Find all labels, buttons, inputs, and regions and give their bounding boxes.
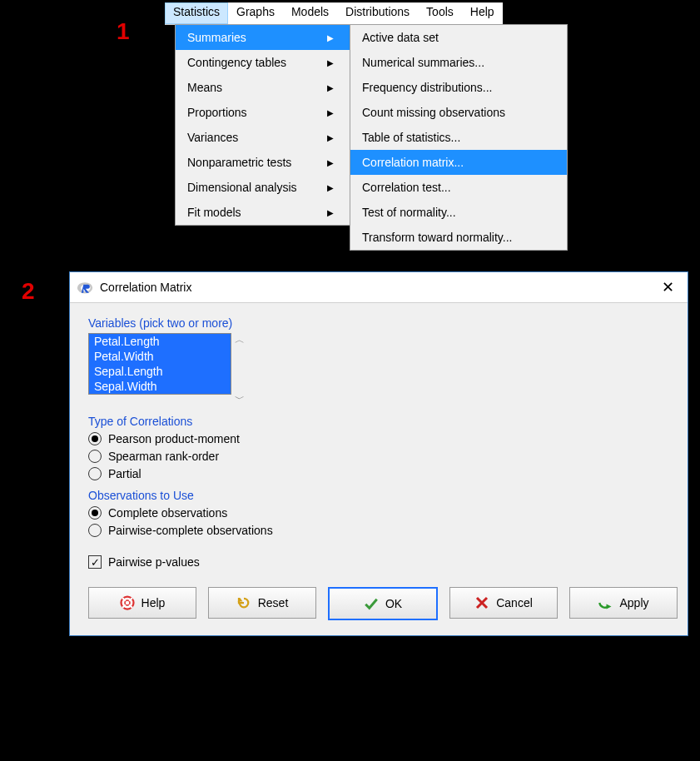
list-item[interactable]: Petal.Width	[89, 349, 231, 364]
radio-pearson[interactable]: Pearson product-moment	[88, 432, 669, 445]
x-icon	[474, 595, 489, 610]
svg-point-3	[125, 600, 130, 605]
submenu-item-correlation-matrix[interactable]: Correlation matrix...	[350, 150, 567, 175]
submenu-item-label: Contingency tables	[187, 56, 286, 69]
submenu-item-label: Variances	[187, 131, 238, 144]
variables-listbox[interactable]: Petal.Length Petal.Width Sepal.Length Se…	[88, 333, 231, 395]
submenu-item-table-stats[interactable]: Table of statistics...	[350, 125, 567, 150]
close-icon: ✕	[662, 279, 674, 296]
checkbox-label: Pairwise p-values	[108, 555, 200, 569]
menubar: Statistics Graphs Models Distributions T…	[165, 2, 503, 25]
list-item[interactable]: Petal.Length	[89, 334, 231, 349]
chevron-right-icon: ▶	[327, 58, 334, 67]
submenu-item-label: Table of statistics...	[362, 131, 460, 144]
button-label: OK	[385, 597, 402, 610]
button-label: Reset	[258, 596, 289, 609]
radio-label: Pearson product-moment	[108, 432, 240, 445]
menu-statistics[interactable]: Statistics	[165, 2, 228, 24]
ok-button[interactable]: OK	[328, 587, 438, 620]
menu-models[interactable]: Models	[283, 2, 337, 24]
submenu-item-transform-normality[interactable]: Transform toward normality...	[350, 225, 567, 250]
radio-label: Pairwise-complete observations	[108, 524, 273, 537]
menu-distributions[interactable]: Distributions	[337, 2, 418, 24]
obs-label: Observations to Use	[88, 489, 669, 502]
submenu-item-correlation-test[interactable]: Correlation test...	[350, 175, 567, 200]
cancel-button[interactable]: Cancel	[449, 587, 558, 619]
button-label: Cancel	[496, 596, 533, 609]
submenu-summaries: Active data set Numerical summaries... F…	[350, 24, 568, 251]
dialog-body: Variables (pick two or more) Petal.Lengt…	[70, 303, 688, 635]
dialog-title: Correlation Matrix	[100, 281, 191, 294]
submenu-item-label: Test of normality...	[362, 206, 456, 219]
submenu-item-label: Count missing observations	[362, 106, 505, 119]
submenu-item-means[interactable]: Means ▶	[176, 75, 350, 100]
submenu-item-label: Transform toward normality...	[362, 231, 513, 244]
menubar-container: Statistics Graphs Models Distributions T…	[165, 2, 503, 25]
close-button[interactable]: ✕	[655, 275, 681, 300]
submenu-item-numerical[interactable]: Numerical summaries...	[350, 50, 567, 75]
chevron-down-icon: ﹀	[235, 392, 245, 406]
annotation-2: 2	[22, 278, 35, 305]
submenu-item-label: Frequency distributions...	[362, 81, 492, 94]
annotation-1: 1	[117, 18, 130, 45]
submenu-item-label: Active data set	[362, 31, 439, 44]
submenu-statistics: Summaries ▶ Contingency tables ▶ Means ▶…	[175, 24, 351, 226]
reset-button[interactable]: Reset	[208, 587, 316, 619]
radio-complete-obs[interactable]: Complete observations	[88, 506, 669, 520]
submenu-item-proportions[interactable]: Proportions ▶	[176, 100, 350, 125]
menu-graphs[interactable]: Graphs	[228, 2, 283, 24]
r-logo-icon	[77, 279, 93, 296]
radio-icon	[88, 506, 102, 520]
submenu-item-label: Proportions	[187, 106, 247, 119]
listbox-scroll[interactable]: ︿ ﹀	[235, 333, 245, 406]
apply-button[interactable]: Apply	[569, 587, 678, 619]
radio-label: Partial	[108, 467, 141, 480]
undo-icon	[236, 595, 251, 610]
chevron-right-icon: ▶	[327, 33, 334, 42]
menu-help[interactable]: Help	[462, 2, 503, 24]
chevron-right-icon: ▶	[327, 183, 334, 192]
radio-label: Complete observations	[108, 506, 227, 520]
forward-icon	[598, 595, 613, 610]
chevron-right-icon: ▶	[327, 133, 334, 142]
submenu-item-label: Means	[187, 81, 222, 94]
submenu-item-label: Correlation test...	[362, 181, 451, 194]
radio-icon	[88, 450, 102, 463]
list-item[interactable]: Sepal.Width	[89, 379, 231, 394]
submenu-item-label: Dimensional analysis	[187, 181, 297, 194]
submenu-item-variances[interactable]: Variances ▶	[176, 125, 350, 150]
submenu-item-frequency[interactable]: Frequency distributions...	[350, 75, 567, 100]
radio-label: Spearman rank-order	[108, 450, 219, 463]
chevron-right-icon: ▶	[327, 83, 334, 92]
radio-pairwise-obs[interactable]: Pairwise-complete observations	[88, 524, 669, 537]
submenu-item-nonparametric[interactable]: Nonparametric tests ▶	[176, 150, 350, 175]
submenu-item-summaries[interactable]: Summaries ▶	[176, 25, 350, 50]
submenu-item-fitmodels[interactable]: Fit models ▶	[176, 200, 350, 225]
dialog-titlebar: Correlation Matrix ✕	[70, 272, 688, 303]
type-label: Type of Correlations	[88, 415, 669, 428]
list-item[interactable]: Sepal.Length	[89, 364, 231, 379]
submenu-item-label: Summaries	[187, 31, 246, 44]
submenu-item-normality-test[interactable]: Test of normality...	[350, 200, 567, 225]
submenu-item-contingency[interactable]: Contingency tables ▶	[176, 50, 350, 75]
radio-spearman[interactable]: Spearman rank-order	[88, 450, 669, 463]
dialog-button-row: Help Reset OK Cancel	[88, 587, 669, 620]
lifebuoy-icon	[120, 595, 135, 610]
submenu-item-dimensional[interactable]: Dimensional analysis ▶	[176, 175, 350, 200]
submenu-item-count-missing[interactable]: Count missing observations	[350, 100, 567, 125]
button-label: Help	[141, 596, 166, 609]
radio-icon	[88, 467, 102, 480]
help-button[interactable]: Help	[88, 587, 196, 619]
radio-partial[interactable]: Partial	[88, 467, 669, 480]
menu-tools[interactable]: Tools	[418, 2, 462, 24]
submenu-item-label: Nonparametric tests	[187, 156, 291, 169]
radio-icon	[88, 524, 102, 537]
submenu-item-active-dataset[interactable]: Active data set	[350, 25, 567, 50]
button-label: Apply	[619, 596, 648, 609]
submenu-item-label: Numerical summaries...	[362, 56, 484, 69]
checkbox-pvalues[interactable]: ✓ Pairwise p-values	[88, 555, 669, 569]
variables-label: Variables (pick two or more)	[88, 316, 669, 330]
correlation-matrix-dialog: Correlation Matrix ✕ Variables (pick two…	[69, 271, 688, 636]
submenu-item-label: Fit models	[187, 206, 241, 219]
check-icon	[364, 596, 379, 611]
